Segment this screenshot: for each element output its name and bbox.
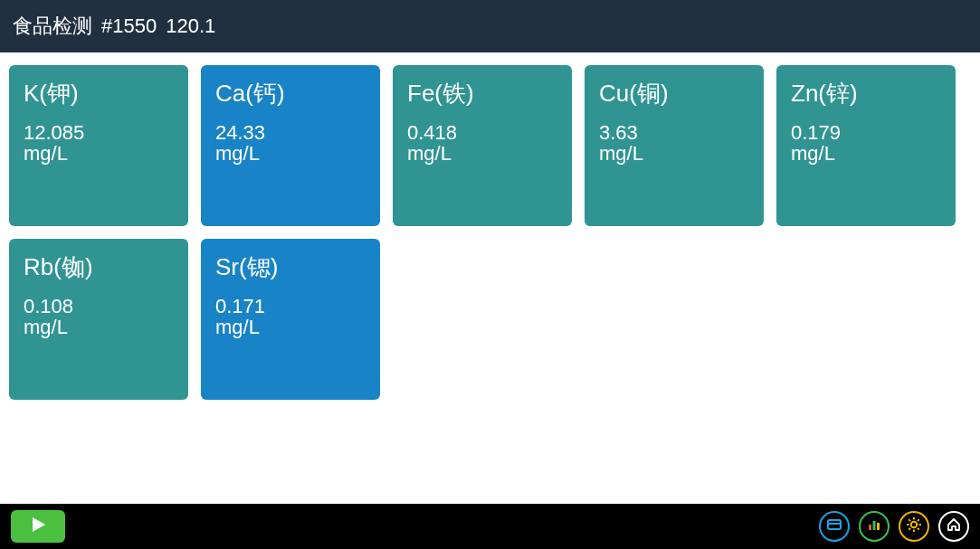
svg-line-14	[918, 519, 919, 521]
element-tile[interactable]: K(钾)12.085mg/L	[9, 65, 188, 226]
element-tile[interactable]: Ca(钙)24.33mg/L	[201, 65, 380, 226]
svg-point-6	[911, 522, 917, 527]
footer-icon-group	[819, 511, 969, 542]
sample-id: #1550	[101, 14, 157, 38]
element-name: Zn(锌)	[791, 78, 941, 109]
element-tile[interactable]: Fe(铁)0.418mg/L	[393, 65, 572, 226]
element-tile[interactable]: Cu(铜)3.63mg/L	[585, 65, 764, 226]
svg-line-13	[909, 528, 910, 530]
element-name: Rb(铷)	[24, 251, 174, 283]
chart-button[interactable]	[859, 511, 890, 542]
svg-rect-5	[877, 523, 880, 530]
play-icon	[29, 516, 47, 537]
element-unit: mg/L	[215, 317, 366, 337]
element-tile[interactable]: Sr(锶)0.171mg/L	[201, 239, 380, 400]
settings-button[interactable]	[899, 511, 929, 542]
element-name: K(钾)	[24, 78, 174, 109]
element-unit: mg/L	[24, 317, 174, 337]
element-value: 0.108	[24, 296, 174, 317]
element-unit: mg/L	[215, 143, 366, 164]
element-name: Fe(铁)	[407, 78, 557, 109]
element-value: 0.171	[215, 296, 366, 317]
element-unit: mg/L	[599, 143, 749, 164]
element-grid: K(钾)12.085mg/LCa(钙)24.33mg/LFe(铁)0.418mg…	[0, 52, 980, 412]
header-bar: 食品检测 #1550 120.1	[0, 0, 980, 52]
play-button[interactable]	[11, 510, 65, 543]
element-value: 0.418	[407, 122, 557, 143]
card-icon	[826, 516, 842, 536]
element-unit: mg/L	[407, 143, 557, 164]
element-name: Ca(钙)	[215, 78, 366, 109]
svg-rect-3	[869, 525, 871, 530]
header-value: 120.1	[166, 14, 215, 38]
element-value: 0.179	[791, 122, 941, 143]
svg-line-12	[918, 528, 919, 530]
element-unit: mg/L	[24, 143, 174, 164]
card-button[interactable]	[819, 511, 850, 542]
home-icon	[946, 516, 962, 536]
footer-bar	[0, 504, 980, 549]
element-value: 3.63	[599, 122, 749, 143]
chart-icon	[866, 516, 882, 536]
element-tile[interactable]: Rb(铷)0.108mg/L	[9, 239, 188, 400]
page-title: 食品检测	[13, 13, 92, 40]
element-name: Sr(锶)	[215, 251, 366, 283]
element-unit: mg/L	[791, 143, 941, 164]
element-value: 12.085	[24, 122, 174, 143]
gear-icon	[906, 516, 922, 536]
svg-marker-0	[33, 517, 45, 532]
home-button[interactable]	[938, 511, 969, 542]
svg-line-11	[909, 519, 910, 521]
element-value: 24.33	[215, 122, 366, 143]
svg-rect-4	[873, 521, 876, 530]
element-tile[interactable]: Zn(锌)0.179mg/L	[776, 65, 956, 226]
element-name: Cu(铜)	[599, 78, 749, 109]
